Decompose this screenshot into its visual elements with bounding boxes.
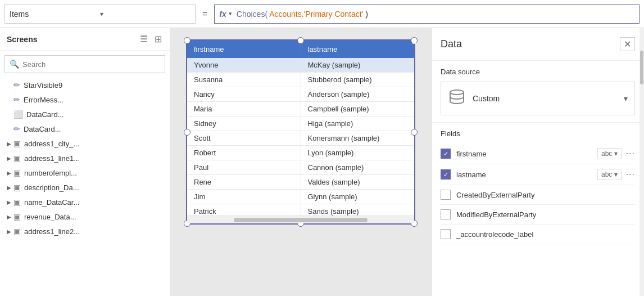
close-button[interactable]: ✕	[620, 37, 635, 51]
chevron-right-icon-6: ▶	[7, 214, 11, 220]
field-checkbox-accountrolecode[interactable]	[441, 229, 451, 239]
table-row[interactable]: Rene Valdes (sample)	[187, 175, 414, 190]
tree-item-starvisible9[interactable]: ✏ StarVisible9	[0, 78, 170, 92]
cell-firstname: Robert	[187, 146, 301, 160]
cell-lastname: Anderson (sample)	[301, 87, 415, 101]
field-type-firstname[interactable]: abc ▾	[597, 148, 622, 159]
cell-lastname: Sands (sample)	[301, 204, 415, 216]
field-type-lastname[interactable]: abc ▾	[597, 169, 622, 180]
chevron-right-icon: ▶	[7, 141, 11, 147]
field-checkbox-lastname[interactable]	[441, 169, 451, 180]
fields-section: Fields firstname abc ▾ ··· lastname abc …	[432, 123, 644, 251]
tree-item-label: address1_line2...	[24, 227, 80, 236]
tree-item-descriptionda[interactable]: ▶ ▣ description_Da...	[0, 180, 170, 195]
cell-firstname: Scott	[187, 131, 301, 145]
table-row[interactable]: Paul Cannon (sample)	[187, 160, 414, 175]
tree-item-label: DataCard...	[24, 125, 61, 133]
cell-firstname: Nancy	[187, 87, 301, 101]
scroll-thumb-right[interactable]	[640, 51, 643, 84]
table-row[interactable]: Susanna Stubberod (sample)	[187, 73, 414, 87]
data-table-widget[interactable]: firstname lastname Yvonne McKay (sample)…	[186, 39, 415, 225]
grid-view-icon[interactable]: ⊞	[153, 33, 163, 46]
cell-firstname: Maria	[187, 102, 301, 116]
tree-item-address1city[interactable]: ▶ ▣ address1_city_...	[0, 136, 170, 151]
formula-chevron-icon: ▾	[229, 10, 232, 17]
column-header-firstname: firstname	[187, 41, 301, 58]
cell-firstname: Sidney	[187, 116, 301, 131]
field-name-firstname: firstname	[456, 150, 597, 158]
field-checkbox-modifiedby[interactable]	[441, 209, 451, 219]
tree-item-address1line1[interactable]: ▶ ▣ address1_line1...	[0, 151, 170, 165]
cell-lastname: McKay (sample)	[301, 58, 415, 72]
tree-item-label: address1_line1...	[24, 154, 80, 163]
table-row[interactable]: Maria Campbell (sample)	[187, 102, 414, 116]
table-row[interactable]: Robert Lyon (sample)	[187, 146, 414, 160]
search-box[interactable]: 🔍	[4, 55, 165, 73]
screens-title: Screens	[7, 35, 37, 44]
tree-item-datacard1[interactable]: ⬜ DataCard...	[0, 107, 170, 122]
group-icon-4: ▣	[13, 183, 21, 192]
table-row[interactable]: Scott Konersmann (sample)	[187, 131, 414, 146]
list-view-icon[interactable]: ☰	[139, 33, 149, 46]
resize-handle-tr[interactable]	[411, 37, 418, 44]
resize-handle-tl[interactable]	[184, 37, 191, 44]
tree-item-address1line2[interactable]: ▶ ▣ address1_line2...	[0, 224, 170, 239]
table-row[interactable]: Nancy Anderson (sample)	[187, 87, 414, 102]
edit-icon: ✏	[13, 80, 20, 89]
datasource-option[interactable]: Custom ▾	[441, 82, 635, 115]
resize-handle-ml[interactable]	[184, 129, 191, 136]
tree-item-label: StarVisible9	[24, 81, 62, 89]
field-name-lastname: lastname	[456, 171, 597, 179]
datasource-chevron-icon: ▾	[624, 94, 628, 103]
field-more-firstname[interactable]: ···	[626, 149, 635, 159]
screens-icons: ☰ ⊞	[139, 33, 163, 46]
cell-firstname: Yvonne	[187, 58, 301, 72]
table-row[interactable]: Yvonne McKay (sample)	[187, 58, 414, 73]
tree-item-revenuedata[interactable]: ▶ ▣ revenue_Data...	[0, 209, 170, 224]
cell-firstname: Jim	[187, 190, 301, 204]
right-panel-scrollbar[interactable]	[640, 28, 644, 296]
cell-firstname: Paul	[187, 160, 301, 174]
equals-sign: =	[200, 9, 210, 19]
group-icon-3: ▣	[13, 168, 21, 177]
tree-item-label: numberofempl...	[24, 169, 77, 177]
right-header: Data ✕	[432, 28, 644, 61]
field-row-accountrolecode: _accountrolecode_label	[441, 225, 635, 244]
table-row[interactable]: Jim Glynn (sample)	[187, 190, 414, 204]
tree-item-label: revenue_Data...	[24, 213, 76, 221]
cell-lastname: Valdes (sample)	[301, 175, 415, 189]
field-more-lastname[interactable]: ···	[626, 169, 635, 180]
horizontal-scrollbar[interactable]	[187, 216, 414, 223]
left-panel: Screens ☰ ⊞ 🔍 ✏ StarVisible9 ✏ ErrorMess…	[0, 28, 170, 296]
chevron-right-icon-7: ▶	[7, 228, 11, 235]
field-checkbox-firstname[interactable]	[441, 149, 451, 159]
cell-lastname: Konersmann (sample)	[301, 131, 415, 145]
cell-lastname: Higa (sample)	[301, 116, 415, 131]
tree-item-errormess[interactable]: ✏ ErrorMess...	[0, 92, 170, 107]
formula-bar[interactable]: fx ▾ Choices( Accounts.'Primary Contact'…	[214, 5, 640, 24]
formula-text: Choices( Accounts.'Primary Contact' )	[237, 10, 368, 19]
chevron-right-icon-5: ▶	[7, 199, 11, 205]
chevron-right-icon-2: ▶	[7, 155, 11, 162]
scroll-thumb[interactable]	[234, 218, 368, 222]
field-row-firstname: firstname abc ▾ ···	[441, 143, 635, 164]
resize-handle-tc[interactable]	[297, 37, 304, 44]
table-row[interactable]: Sidney Higa (sample)	[187, 116, 414, 131]
right-panel: Data ✕ Data source Custom ▾ Fields	[431, 28, 644, 296]
table-row[interactable]: Patrick Sands (sample)	[187, 204, 414, 216]
fields-label: Fields	[441, 129, 635, 138]
dropdown-chevron-icon: ▾	[100, 10, 191, 18]
datasource-section: Data source Custom ▾	[432, 61, 644, 123]
resize-handle-mr[interactable]	[411, 129, 418, 136]
tree-item-datacard2[interactable]: ✏ DataCard...	[0, 122, 170, 136]
edit-icon-3: ✏	[13, 124, 20, 133]
field-checkbox-createdby[interactable]	[441, 190, 451, 200]
table-body: Yvonne McKay (sample) Susanna Stubberod …	[187, 58, 414, 216]
search-input[interactable]	[22, 60, 160, 69]
tree-item-numberofempl[interactable]: ▶ ▣ numberofempl...	[0, 165, 170, 180]
cell-lastname: Lyon (sample)	[301, 146, 415, 160]
items-dropdown[interactable]: Items ▾	[4, 5, 196, 24]
tree-item-namedatacar[interactable]: ▶ ▣ name_DataCar...	[0, 195, 170, 209]
tree-item-label: address1_city_...	[24, 140, 79, 148]
card-icon: ⬜	[13, 110, 23, 119]
